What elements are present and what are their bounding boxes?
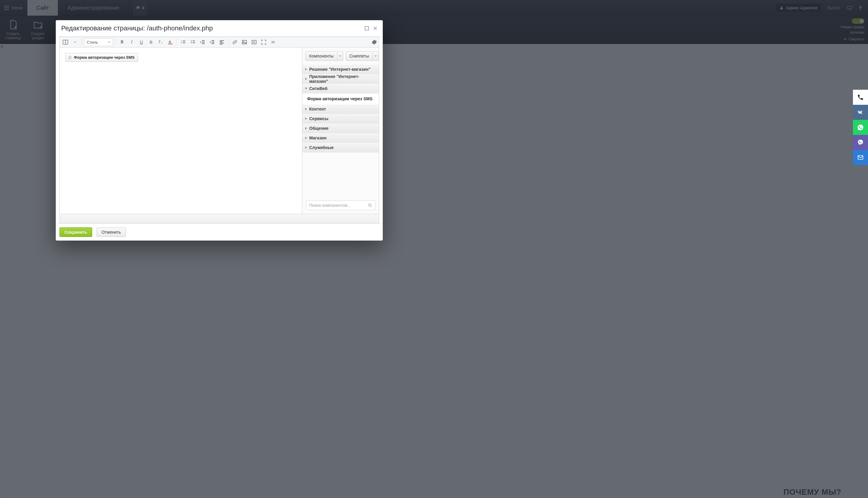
strike-button[interactable]: S — [147, 38, 155, 46]
style-select-label: Стиль — [87, 40, 98, 44]
chevron-down-icon — [339, 55, 342, 57]
svg-point-10 — [191, 41, 192, 41]
save-button[interactable]: Сохранить — [59, 227, 92, 237]
ol-icon: 12 — [181, 40, 186, 44]
fullscreen-icon — [261, 40, 266, 44]
save-label: Сохранить — [64, 230, 87, 235]
search-icon — [368, 203, 372, 208]
editor-toolbar: Стиль B I U S T A 12 — [60, 37, 379, 48]
accordion-item[interactable]: Магазин — [302, 133, 379, 143]
tab-snippets-caret[interactable] — [373, 51, 379, 61]
indent-button[interactable] — [208, 38, 216, 46]
modal-footer: Сохранить Отменить — [56, 223, 383, 240]
align-left-icon — [219, 40, 224, 44]
svg-rect-3 — [365, 26, 369, 30]
canvas-component-label: Форма авторизации через SMS — [74, 55, 135, 60]
maximize-icon — [365, 26, 369, 30]
clear-format-button[interactable]: T — [157, 38, 165, 46]
cancel-label: Отменить — [102, 230, 121, 235]
components-search — [302, 197, 379, 214]
svg-text:2: 2 — [181, 42, 182, 44]
editor-body: Форма авторизации через SMS Компоненты С… — [60, 48, 379, 214]
accordion-item-label: СитиВеб — [309, 86, 328, 91]
text-color-button[interactable]: A — [166, 38, 174, 46]
accordion-item-label: Решение "Интернет-магазин" — [309, 67, 370, 72]
components-search-input[interactable] — [309, 202, 365, 208]
view-mode-button[interactable] — [62, 38, 69, 46]
fullscreen-button[interactable] — [260, 38, 268, 46]
accordion-item[interactable]: Контент — [302, 104, 379, 114]
accordion-item-label: Приложение "Интернет-магазин" — [309, 74, 376, 84]
modal-titlebar: Редактирование страницы: /auth-phone/ind… — [56, 20, 383, 37]
accordion-item-label: Служебные — [309, 145, 334, 150]
ordered-list-button[interactable]: 12 — [179, 38, 187, 46]
editor-status-strip — [59, 214, 379, 223]
accordion-item-label: Общение — [309, 126, 329, 131]
editor-canvas[interactable]: Форма авторизации через SMS — [60, 48, 302, 214]
chevron-down-icon — [374, 55, 377, 57]
accordion-leaf[interactable]: Форма авторизации через SMS — [302, 93, 379, 104]
svg-rect-12 — [242, 40, 246, 44]
image-icon — [242, 40, 247, 44]
tab-snippets-label: Сниппеты — [349, 54, 369, 58]
modal-title: Редактирование страницы: /auth-phone/ind… — [61, 24, 213, 32]
tab-snippets[interactable]: Сниппеты — [346, 51, 373, 61]
accordion-item[interactable]: Сервисы — [302, 114, 379, 123]
outdent-icon — [200, 40, 205, 44]
link-button[interactable] — [231, 38, 239, 46]
tab-snippets-wrap: Сниппеты — [346, 51, 379, 61]
more-tools-button[interactable] — [269, 38, 277, 46]
gear-icon — [372, 39, 377, 45]
text-color-icon: A — [168, 40, 173, 44]
disclosure-triangle-icon — [305, 117, 307, 120]
sidebar-tabs: Компоненты Сниппеты — [302, 48, 379, 64]
svg-rect-7 — [168, 44, 173, 44]
disclosure-triangle-icon — [305, 127, 307, 130]
accordion-item[interactable]: СитиВеб — [302, 84, 379, 93]
cancel-button[interactable]: Отменить — [97, 227, 126, 237]
tab-components-caret[interactable] — [337, 51, 343, 61]
disclosure-triangle-icon — [305, 88, 307, 89]
toolbar-settings-button[interactable] — [372, 39, 377, 45]
window-close-button[interactable] — [373, 26, 377, 30]
unordered-list-button[interactable] — [189, 38, 197, 46]
columns-icon — [63, 40, 68, 44]
video-button[interactable] — [250, 38, 258, 46]
disclosure-triangle-icon — [305, 78, 307, 80]
components-sidebar: Компоненты Сниппеты Решение "Ин — [302, 48, 379, 214]
accordion-item[interactable]: Приложение "Интернет-магазин" — [302, 74, 379, 84]
canvas-component-chip[interactable]: Форма авторизации через SMS — [65, 53, 138, 62]
view-mode-caret[interactable] — [71, 38, 79, 46]
disclosure-triangle-icon — [305, 68, 307, 70]
bold-button[interactable]: B — [118, 38, 126, 46]
editor-frame: Стиль B I U S T A 12 — [59, 37, 379, 214]
accordion-item-label: Контент — [309, 107, 326, 112]
italic-button[interactable]: I — [128, 38, 136, 46]
style-select[interactable]: Стиль — [84, 38, 113, 46]
tab-components-wrap: Компоненты — [305, 51, 343, 61]
svg-point-11 — [191, 42, 192, 43]
accordion-item-label: Магазин — [309, 135, 327, 140]
accordion-item[interactable]: Служебные — [302, 143, 379, 152]
modal-content: Стиль B I U S T A 12 — [56, 37, 383, 240]
disclosure-triangle-icon — [305, 137, 307, 139]
accordion-item[interactable]: Общение — [302, 123, 379, 133]
align-button[interactable] — [218, 38, 226, 46]
ul-icon — [191, 40, 195, 44]
image-button[interactable] — [241, 38, 248, 46]
components-accordion: Решение "Интернет-магазин"Приложение "Ин… — [302, 64, 379, 152]
disclosure-triangle-icon — [305, 108, 307, 110]
svg-point-15 — [369, 204, 371, 206]
tab-components[interactable]: Компоненты — [305, 51, 337, 61]
disclosure-triangle-icon — [305, 146, 307, 149]
chevron-down-icon — [108, 41, 110, 43]
accordion-subsection: Форма авторизации через SMS — [302, 93, 379, 104]
window-actions — [365, 26, 377, 30]
accordion-item[interactable]: Решение "Интернет-магазин" — [302, 64, 379, 74]
window-maximize-button[interactable] — [365, 26, 369, 30]
underline-button[interactable]: U — [138, 38, 145, 46]
components-search-box[interactable] — [306, 200, 375, 210]
outdent-button[interactable] — [199, 38, 206, 46]
page-edit-modal: Редактирование страницы: /auth-phone/ind… — [56, 20, 383, 240]
video-icon — [252, 40, 256, 44]
